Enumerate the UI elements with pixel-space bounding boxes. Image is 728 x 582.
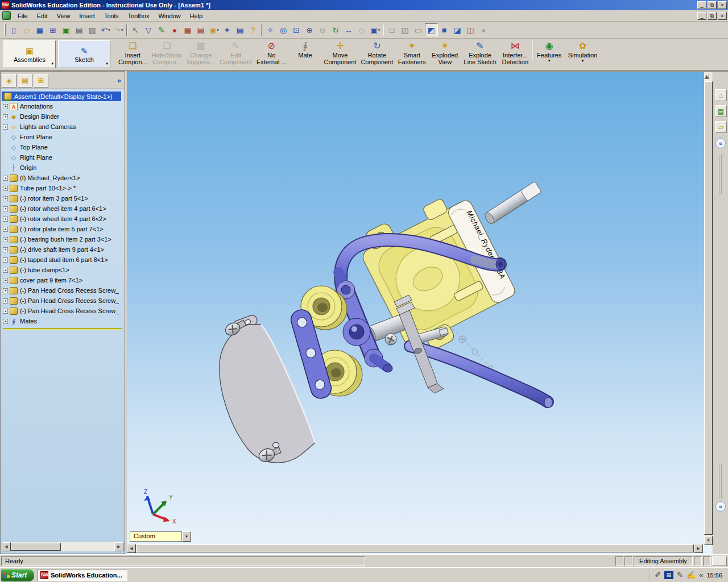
view-orientation-icon[interactable]: ▣ ▾: [369, 23, 382, 36]
menu-insert[interactable]: Insert: [75, 11, 100, 20]
design-library-tab-icon[interactable]: ▤: [715, 105, 727, 117]
tree-item[interactable]: + ∮ Mates: [2, 316, 123, 326]
expander-icon[interactable]: +: [3, 288, 8, 293]
close-button[interactable]: ×: [718, 1, 727, 9]
reference-wand-icon[interactable]: ✧: [264, 23, 277, 36]
separator[interactable]: [125, 23, 129, 36]
scroll-up-arrow[interactable]: ▲: [704, 74, 709, 79]
interference-detection-button[interactable]: ⋈ Interfer... Detection: [499, 40, 532, 69]
doc-close-button[interactable]: ×: [718, 12, 727, 20]
rotate-view-icon[interactable]: ↻: [329, 23, 342, 36]
tree-item[interactable]: + Tube part 10<1>-> *: [2, 183, 123, 193]
sketch-icon[interactable]: ✎: [155, 23, 168, 36]
expander-icon[interactable]: +: [3, 278, 8, 283]
scroll-left-arrow[interactable]: ◀: [2, 542, 11, 551]
print-icon[interactable]: ▤: [73, 23, 86, 36]
expander-icon[interactable]: +: [3, 196, 8, 201]
expander-icon[interactable]: +: [3, 114, 8, 119]
tree-item[interactable]: + (-) rotor wheel item 4 part 6<2>: [2, 214, 123, 224]
scroll-right-arrow[interactable]: ▶: [114, 542, 123, 551]
shaded-with-edges-icon[interactable]: ◩: [425, 23, 438, 36]
taskbar-task-solidworks[interactable]: SW SolidWorks Education...: [38, 569, 127, 581]
zoom-selection-icon[interactable]: ⊖: [316, 23, 329, 36]
propertymanager-tab-icon[interactable]: ▤: [18, 74, 32, 88]
tree-item[interactable]: ◇ Right Plane: [2, 152, 123, 163]
graphics-viewport[interactable]: Michael_Ryder 1M3A: [127, 71, 713, 554]
tray-chevron-icon[interactable]: «: [699, 571, 703, 579]
appearance-icon[interactable]: ✦: [221, 23, 234, 36]
scroll-thumb[interactable]: [136, 544, 694, 552]
section-view-icon[interactable]: ◫: [464, 23, 477, 36]
expander-icon[interactable]: +: [3, 247, 8, 252]
mate-button[interactable]: ∮ Mate: [289, 40, 322, 69]
move-component-button[interactable]: ✛ Move Component: [322, 40, 359, 69]
menu-help[interactable]: Help: [185, 11, 208, 20]
wireframe-icon[interactable]: □: [386, 23, 399, 36]
separator[interactable]: [382, 23, 386, 36]
menu-toolbox[interactable]: Toolbox: [123, 11, 154, 20]
no-external-references-button[interactable]: ⊘ No External ...: [254, 40, 289, 69]
3d-drawing-view-icon[interactable]: ◇: [355, 23, 369, 36]
tree-item[interactable]: + ☼ Lights and Cameras: [2, 122, 123, 132]
hide-show-components-button[interactable]: ❏ Hide/Show Compon...: [150, 40, 184, 69]
rotate-component-button[interactable]: ↻ Rotate Component: [358, 40, 395, 69]
language-tray-icon[interactable]: ▤: [664, 571, 673, 579]
tree-horizontal-scrollbar[interactable]: ◀ ▶: [2, 542, 123, 551]
scroll-down-arrow[interactable]: ▼: [704, 536, 713, 545]
texture-icon[interactable]: ▤: [195, 23, 208, 36]
change-suppression-button[interactable]: ▩ Change Suppres...: [184, 40, 217, 69]
expander-icon[interactable]: +: [3, 124, 8, 130]
cm-tab-sketch[interactable]: ✎ Sketch ▾: [58, 40, 110, 68]
tree-item[interactable]: + (-) rotor wheel item 4 part 6<1>: [2, 203, 123, 214]
explode-line-sketch-button[interactable]: ✎ Explode Line Sketch: [461, 40, 498, 69]
tree-item[interactable]: + (-) rotor plate item 5 part 7<1>: [2, 224, 123, 234]
file-explorer-tab-icon[interactable]: ▱: [715, 121, 727, 133]
restore-button[interactable]: ⧉: [708, 1, 717, 9]
toolbar-grip[interactable]: [4, 24, 6, 36]
expander-icon[interactable]: +: [3, 237, 8, 242]
expander-icon[interactable]: +: [3, 309, 8, 314]
cm-tab-assemblies[interactable]: ▣ Assemblies ▾: [3, 40, 56, 68]
tree-item[interactable]: + (f) Michael_Ryder<1>: [2, 173, 123, 183]
zoom-inout-icon[interactable]: ⊕: [303, 23, 316, 36]
zoom-fit-icon[interactable]: ◎: [277, 23, 290, 36]
pen-tray-icon[interactable]: ✎: [677, 571, 683, 579]
pan-icon[interactable]: ↔: [342, 23, 355, 36]
color-swatch-icon[interactable]: ▦: [181, 23, 195, 36]
expander-icon[interactable]: +: [3, 104, 8, 109]
smart-fasteners-button[interactable]: ✦ Smart Fasteners: [395, 40, 428, 69]
tree-item[interactable]: + ◆ Design Binder: [2, 111, 123, 122]
save-icon[interactable]: ▦: [34, 23, 47, 36]
shadows-icon[interactable]: ◪: [451, 23, 464, 36]
scroll-right-arrow[interactable]: ▶: [694, 544, 703, 553]
print-preview-icon[interactable]: ▧: [86, 23, 99, 36]
exploded-view-button[interactable]: ✶ Exploded View: [428, 40, 461, 69]
orientation-dropdown-arrow[interactable]: ▾: [182, 531, 191, 542]
shaded-icon[interactable]: ■: [438, 23, 451, 36]
tree-item[interactable]: + (-) rotor item 3 part 5<1>: [2, 193, 123, 203]
tree-item[interactable]: + (-) drive shaft item 9 part 4<1>: [2, 244, 123, 255]
selection-filter-icon[interactable]: ▽: [142, 23, 155, 36]
tree-item[interactable]: + (-) Pan Head Cross Recess Screw_: [2, 285, 123, 296]
edit-component-button[interactable]: ✎ Edit Component: [217, 40, 254, 69]
expander-icon[interactable]: +: [3, 319, 8, 324]
expander-icon[interactable]: +: [3, 298, 8, 304]
hidden-lines-removed-icon[interactable]: ▭: [412, 23, 425, 36]
model-canvas[interactable]: Michael_Ryder 1M3A: [127, 72, 704, 544]
hidden-lines-visible-icon[interactable]: ◫: [399, 23, 412, 36]
expand-panel-button[interactable]: »: [117, 76, 123, 85]
start-button[interactable]: Start: [1, 569, 34, 581]
tree-item[interactable]: + (-) Pan Head Cross Recess Screw_: [2, 306, 123, 316]
tree-item[interactable]: + cover part 9 item 7<1>: [2, 275, 123, 285]
doc-minimize-button[interactable]: _: [697, 12, 706, 20]
scroll-left-arrow[interactable]: ◀: [127, 544, 136, 553]
redo-icon[interactable]: ↷ ▾: [112, 23, 125, 36]
expander-icon[interactable]: +: [3, 227, 8, 232]
undo-icon[interactable]: ↶ ▾: [99, 23, 112, 36]
menu-file[interactable]: File: [13, 11, 32, 20]
menu-window[interactable]: Window: [154, 11, 185, 20]
tree-item[interactable]: + (-) bearing bush item 2 part 3<1>: [2, 234, 123, 244]
tree-item[interactable]: ◇ Top Plane: [2, 142, 123, 152]
options-icon[interactable]: ▤: [234, 23, 247, 36]
help-icon[interactable]: ?: [247, 23, 260, 36]
